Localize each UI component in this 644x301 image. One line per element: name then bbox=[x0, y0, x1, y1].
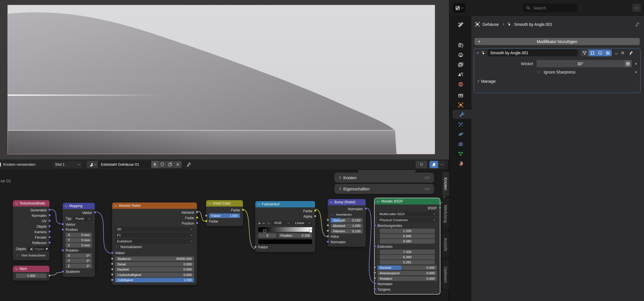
position-x-field[interactable]: X0 mm bbox=[66, 233, 92, 237]
node-color-ramp[interactable]: Farbverlauf Farbe Alpha + − RGB Linear bbox=[255, 201, 315, 252]
roughness-slider[interactable]: Rauheit0.400 bbox=[377, 265, 437, 270]
input-socket[interactable] bbox=[62, 249, 64, 252]
invert-checkbox[interactable] bbox=[331, 213, 334, 216]
collapse-icon[interactable] bbox=[114, 204, 117, 207]
fake-user-button[interactable] bbox=[158, 161, 166, 168]
input-socket[interactable] bbox=[205, 214, 208, 217]
manage-subpanel-header[interactable]: Manage bbox=[477, 79, 640, 84]
node-value[interactable]: Wert 1.000 bbox=[13, 266, 49, 281]
tab-constraints[interactable] bbox=[456, 140, 465, 148]
breadcrumb-object[interactable]: Gehäuse bbox=[482, 22, 499, 27]
tab-particles[interactable] bbox=[456, 120, 465, 129]
stop-color-swatch[interactable] bbox=[258, 239, 312, 244]
tab-tool[interactable] bbox=[456, 20, 465, 29]
dimensions-dropdown[interactable]: 3D bbox=[115, 227, 194, 231]
show-in-viewport-toggle[interactable] bbox=[596, 49, 604, 56]
input-socket[interactable] bbox=[111, 268, 114, 271]
pin-icon[interactable] bbox=[635, 22, 640, 27]
ior-b-field[interactable]: 0.582 bbox=[380, 239, 435, 244]
breadcrumb-modifier[interactable]: Smooth by Angle.001 bbox=[514, 22, 552, 27]
shading-preview-toggle[interactable] bbox=[430, 161, 438, 168]
input-socket[interactable] bbox=[327, 219, 329, 221]
node-header[interactable]: Farbverlauf bbox=[255, 201, 315, 207]
filter-width-slider[interactable]: Filterbre...0.100 bbox=[331, 229, 363, 234]
modifier-extras-dropdown[interactable] bbox=[615, 51, 618, 54]
input-socket[interactable] bbox=[111, 279, 114, 281]
input-socket[interactable] bbox=[373, 271, 376, 274]
collapse-icon[interactable] bbox=[330, 200, 333, 203]
output-socket[interactable] bbox=[242, 209, 244, 211]
output-socket[interactable] bbox=[365, 207, 367, 210]
input-socket[interactable] bbox=[111, 273, 114, 276]
overlay-panel-knoten[interactable]: Knoten bbox=[334, 173, 434, 183]
output-socket[interactable] bbox=[48, 236, 51, 238]
tab-output[interactable] bbox=[456, 51, 465, 59]
input-socket[interactable] bbox=[62, 228, 64, 231]
input-socket[interactable] bbox=[62, 270, 64, 273]
output-socket[interactable] bbox=[94, 211, 96, 214]
input-socket[interactable] bbox=[205, 220, 208, 222]
extinction-b-field[interactable]: 5.281 bbox=[380, 260, 435, 265]
snap-toggle-button[interactable] bbox=[416, 161, 427, 168]
node-header[interactable]: Texturkoordinate bbox=[13, 200, 49, 207]
tab-collection[interactable] bbox=[456, 91, 465, 99]
show-in-editmode-toggle[interactable] bbox=[589, 49, 596, 56]
new-material-button[interactable] bbox=[166, 161, 174, 168]
add-modifier-button[interactable]: + Modifikator hinzufügen bbox=[474, 38, 640, 45]
eyedropper-icon[interactable] bbox=[45, 248, 48, 251]
node-texture-coordinate[interactable]: Texturkoordinate Generated Normalen UV O… bbox=[13, 200, 49, 260]
node-header[interactable]: Mapping bbox=[63, 203, 95, 209]
input-socket[interactable] bbox=[327, 235, 329, 238]
material-name-field[interactable]: Edelstahl Gehäuse 01 bbox=[98, 161, 151, 168]
input-socket[interactable] bbox=[62, 223, 64, 225]
pin-icon[interactable] bbox=[628, 51, 633, 55]
input-socket[interactable] bbox=[373, 282, 376, 285]
output-socket[interactable] bbox=[196, 216, 198, 219]
show-in-render-toggle[interactable] bbox=[604, 49, 612, 56]
ior-r-field[interactable]: 1.333 bbox=[380, 229, 435, 233]
input-socket[interactable] bbox=[373, 277, 376, 279]
input-socket[interactable] bbox=[111, 252, 114, 254]
tab-physics[interactable] bbox=[456, 130, 465, 138]
input-socket[interactable] bbox=[373, 224, 376, 227]
detail-slider[interactable]: Detail0.000 bbox=[115, 262, 194, 267]
tab-render[interactable] bbox=[456, 41, 465, 49]
rotation-y-field[interactable]: Y0° bbox=[66, 258, 92, 263]
interpolation-dropdown[interactable]: Linear bbox=[293, 221, 312, 225]
rotation-x-field[interactable]: X0° bbox=[66, 253, 92, 258]
tab-modifiers[interactable] bbox=[453, 110, 471, 119]
ior-g-field[interactable]: 0.945 bbox=[380, 234, 435, 238]
input-socket[interactable] bbox=[373, 245, 376, 248]
node-voronoi-texture[interactable]: Voronoi Textur Abstand Farbe Position 3D… bbox=[112, 202, 197, 285]
scale-slider[interactable]: Skalieren30000.000 bbox=[115, 256, 194, 261]
tab-object[interactable] bbox=[456, 101, 465, 109]
collapse-icon[interactable] bbox=[15, 267, 18, 270]
collapse-icon[interactable] bbox=[377, 200, 380, 202]
node-header[interactable]: Bump (Relief) bbox=[328, 199, 366, 205]
material-user-count[interactable]: 6 bbox=[151, 161, 158, 168]
slot-dropdown[interactable]: Slot 1 bbox=[53, 161, 82, 168]
output-socket[interactable] bbox=[48, 225, 51, 227]
feature-dropdown[interactable]: F1 bbox=[115, 233, 194, 238]
distance-slider[interactable]: Abstand1.000 bbox=[331, 223, 363, 228]
randomness-slider[interactable]: Zufälligkeit1.000 bbox=[115, 278, 194, 282]
close-icon[interactable] bbox=[621, 51, 625, 55]
node-mapping[interactable]: Mapping Vektor Typ: Punkt Vektor Positio… bbox=[63, 203, 95, 277]
tab-world[interactable] bbox=[456, 80, 465, 88]
output-socket[interactable] bbox=[48, 214, 51, 217]
collapse-icon[interactable] bbox=[208, 202, 211, 204]
stop-position-slider[interactable]: Position0.100 bbox=[278, 233, 312, 238]
drag-dots-icon[interactable] bbox=[424, 188, 430, 190]
tab-knoten[interactable]: Knoten bbox=[442, 171, 449, 196]
tab-view-layer[interactable] bbox=[456, 60, 465, 69]
stop-index-field[interactable]: 0 bbox=[258, 233, 277, 238]
node-header[interactable]: Voronoi Textur bbox=[112, 202, 197, 209]
output-socket[interactable] bbox=[48, 230, 51, 233]
editor-type-button[interactable] bbox=[453, 3, 465, 13]
node-bump[interactable]: Bump (Relief) Normalen Invertieren Stren… bbox=[328, 199, 366, 247]
drag-dots-icon[interactable] bbox=[424, 176, 430, 179]
position-z-field[interactable]: Z0 mm bbox=[66, 243, 92, 248]
lacunarity-slider[interactable]: Lückenhaftigkeit0.000 bbox=[115, 273, 194, 277]
tab-material[interactable] bbox=[456, 159, 465, 168]
pin-icon[interactable] bbox=[186, 162, 191, 167]
